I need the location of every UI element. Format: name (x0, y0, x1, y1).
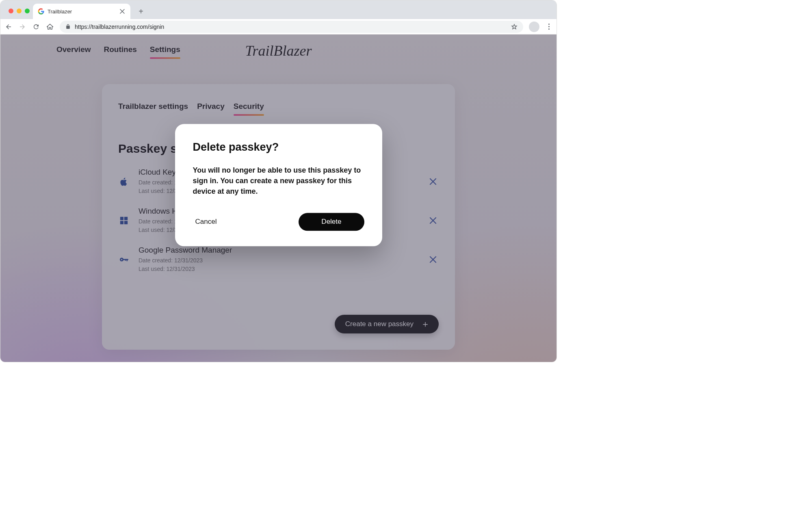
browser-window: Trailblazer + https://trailblazerrunning… (0, 0, 557, 362)
forward-button[interactable] (18, 23, 26, 31)
window-minimize-button[interactable] (17, 9, 22, 13)
browser-tab-title: Trailblazer (48, 9, 72, 15)
back-button[interactable] (4, 23, 13, 31)
delete-passkey-dialog: Delete passkey? You will no longer be ab… (175, 124, 382, 246)
home-button[interactable] (46, 23, 54, 31)
window-close-button[interactable] (9, 9, 13, 13)
address-bar-url: https://trailblazerrunning.com/signin (75, 24, 507, 30)
browser-tab-strip: Trailblazer + (0, 0, 556, 19)
window-zoom-button[interactable] (25, 9, 30, 13)
browser-tab[interactable]: Trailblazer (33, 4, 130, 19)
dialog-body: You will no longer be able to use this p… (193, 165, 364, 197)
bookmark-star-icon[interactable] (511, 24, 518, 30)
reload-button[interactable] (32, 23, 40, 31)
dialog-actions: Cancel Delete (193, 213, 364, 231)
page-viewport: Overview Routines Settings TrailBlazer T… (0, 35, 556, 362)
google-favicon-icon (38, 8, 44, 15)
tab-close-button[interactable] (119, 8, 126, 15)
browser-toolbar: https://trailblazerrunning.com/signin (0, 19, 556, 35)
address-bar[interactable]: https://trailblazerrunning.com/signin (60, 21, 523, 33)
window-controls (5, 9, 33, 19)
cancel-button[interactable]: Cancel (193, 214, 219, 230)
profile-avatar[interactable] (529, 22, 539, 32)
delete-button[interactable]: Delete (299, 213, 364, 231)
dialog-title: Delete passkey? (193, 141, 364, 154)
new-tab-button[interactable]: + (135, 6, 147, 17)
lock-icon (65, 24, 71, 29)
browser-menu-button[interactable] (545, 24, 552, 30)
